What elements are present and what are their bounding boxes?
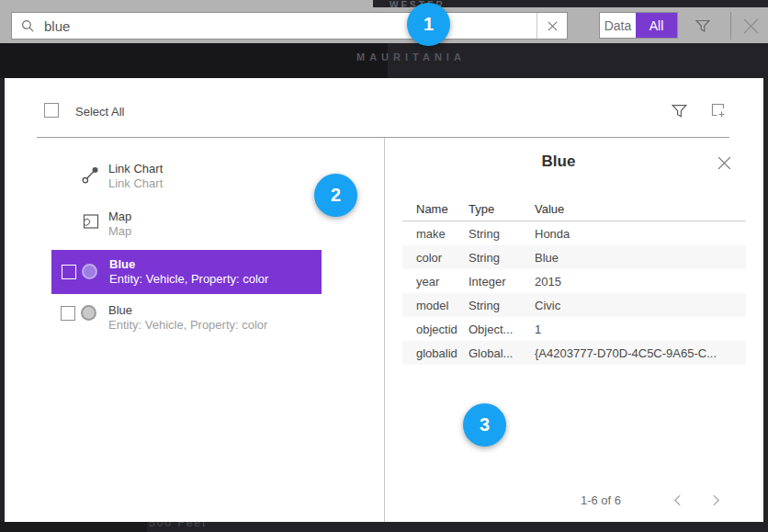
property-row: year Integer 2015 — [402, 269, 746, 293]
search-scope-toggle: Data All — [599, 12, 678, 39]
property-type: String — [469, 299, 535, 312]
detail-title: Blue — [402, 153, 715, 171]
result-item-checkbox[interactable] — [62, 265, 76, 279]
clear-search-icon — [548, 21, 558, 31]
column-header-type: Type — [469, 202, 535, 216]
map-country-label: MAURITANIA — [356, 51, 466, 62]
property-value: Honda — [535, 227, 746, 241]
property-row: make String Honda — [402, 221, 746, 245]
result-item-subtitle: Entity: Vehicle, Property: color — [108, 318, 267, 332]
property-value: Blue — [535, 251, 746, 265]
search-box[interactable] — [11, 12, 568, 40]
chevron-left-icon — [673, 494, 682, 506]
result-item-subtitle: Link Chart — [108, 176, 163, 190]
close-icon — [740, 16, 762, 37]
result-item-title[interactable]: Link Chart — [108, 162, 163, 175]
property-type: Global... — [469, 346, 535, 360]
properties-table: Name Type Value make String Honda color … — [402, 198, 746, 365]
property-type: Object... — [469, 323, 535, 336]
property-row: model String Civic — [402, 293, 746, 317]
callout-badge-1: 1 — [407, 3, 450, 46]
result-item-title: Blue — [109, 257, 135, 271]
search-results-panel: Select All Link Chart Link Chart Map Map… — [5, 78, 763, 522]
search-toolbar: Data All — [0, 7, 768, 43]
property-type: String — [469, 227, 535, 241]
map-dark-region — [0, 43, 388, 78]
property-name: year — [402, 275, 469, 289]
result-item-title[interactable]: Map — [108, 209, 131, 223]
search-icon — [21, 19, 35, 33]
search-overlay-screen: WESTER 500 Feet Data All MAURITANIA Sele… — [0, 0, 768, 532]
close-search-button[interactable] — [738, 14, 763, 38]
result-item-checkbox[interactable] — [61, 306, 75, 321]
callout-badge-3: 3 — [463, 403, 506, 447]
result-item-subtitle: Entity: Vehicle, Property: color — [109, 272, 268, 286]
property-row: color String Blue — [402, 245, 746, 269]
results-filter-button[interactable] — [668, 100, 690, 120]
properties-table-header: Name Type Value — [402, 198, 746, 221]
property-name: make — [402, 227, 469, 241]
property-value: 2015 — [535, 275, 746, 289]
pagination-next-button[interactable] — [707, 492, 724, 508]
property-name: objectid — [402, 323, 469, 336]
add-to-selection-button[interactable] — [706, 100, 728, 120]
filter-icon — [695, 17, 711, 34]
map-icon — [82, 212, 100, 234]
header-divider — [37, 137, 729, 138]
close-icon — [717, 155, 732, 171]
property-name: model — [402, 299, 469, 312]
chevron-right-icon — [712, 494, 720, 506]
toolbar-divider — [730, 12, 731, 40]
entity-circle-icon — [81, 305, 96, 321]
property-row: objectid Object... 1 — [402, 317, 746, 341]
property-name: color — [402, 251, 469, 265]
panel-divider — [384, 138, 385, 522]
result-item-selected[interactable]: Blue Entity: Vehicle, Property: color — [51, 250, 322, 294]
scope-data-button[interactable]: Data — [600, 13, 636, 38]
result-item-title[interactable]: Blue — [108, 303, 132, 317]
result-item-subtitle: Map — [108, 224, 131, 238]
property-row: globalid Global... {A4203777-D70D-4C5C-9… — [402, 341, 746, 365]
map-dark-region-bottom — [0, 522, 147, 532]
property-value: Civic — [535, 299, 746, 312]
property-name: globalid — [402, 346, 469, 360]
detail-close-button[interactable] — [714, 153, 734, 172]
property-value: {A4203777-D70D-4C5C-9A65-C... — [535, 346, 746, 360]
link-chart-icon — [81, 165, 100, 188]
property-value: 1 — [535, 323, 746, 336]
filter-icon — [671, 102, 688, 119]
entity-circle-icon — [82, 264, 97, 279]
pagination: 1-6 of 6 — [402, 490, 746, 510]
property-type: Integer — [469, 275, 535, 289]
scope-all-button[interactable]: All — [636, 13, 677, 38]
toolbar-filter-button[interactable] — [692, 16, 714, 36]
clear-search-button[interactable] — [536, 13, 567, 39]
add-selection-icon — [708, 101, 727, 119]
search-input[interactable] — [44, 18, 536, 34]
pagination-prev-button[interactable] — [669, 492, 685, 508]
column-header-value: Value — [535, 202, 746, 216]
select-all-checkbox[interactable] — [44, 103, 59, 118]
property-type: String — [469, 251, 535, 265]
select-all-label: Select All — [75, 105, 124, 119]
callout-badge-2: 2 — [314, 174, 357, 217]
pagination-range: 1-6 of 6 — [581, 493, 621, 507]
column-header-name: Name — [402, 202, 469, 216]
